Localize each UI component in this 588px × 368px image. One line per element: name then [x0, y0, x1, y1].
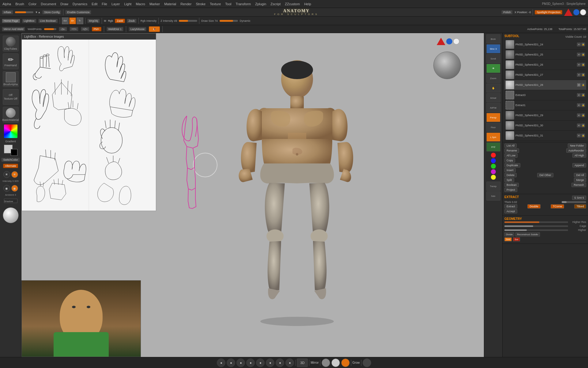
subtool-item-0[interactable]: PM3D_Sphere3D1_24 👁 🔒 — [504, 40, 586, 50]
menu-texture[interactable]: Texture — [210, 2, 221, 6]
eye-icon-9[interactable]: 👁 — [577, 134, 581, 137]
tcorne-button[interactable]: TCorne — [551, 204, 564, 209]
lock-icon-0[interactable]: 🔒 — [581, 43, 585, 46]
zoom-button[interactable]: Zoom — [486, 74, 500, 83]
draw-size-slider[interactable] — [220, 20, 238, 22]
menu-dynamics[interactable]: Dynamics — [73, 2, 87, 6]
zsub-button[interactable]: Zsub — [127, 19, 137, 23]
duplicate-button[interactable]: Duplicate — [504, 163, 520, 167]
bottom-btn-6[interactable]: ● — [276, 358, 284, 367]
mrg-obj-button[interactable]: MrgObj — [87, 19, 100, 23]
menu-document[interactable]: Document — [41, 2, 56, 6]
canvas-area[interactable]: LightBox - Reference Images — [21, 33, 484, 357]
bottom-sphere-1[interactable] — [322, 358, 330, 367]
z-intensity-slider[interactable] — [179, 20, 197, 22]
menu-layer[interactable]: Layer — [111, 2, 120, 6]
menu-marker[interactable]: Marker — [149, 2, 160, 6]
weld-points-slider[interactable] — [44, 28, 56, 30]
bottom-btn-2[interactable]: ● — [236, 358, 245, 367]
persp-button[interactable]: Persp — [486, 113, 500, 122]
draw-icon[interactable]: Dr — [69, 17, 76, 24]
x-axis-button[interactable]: -2x- — [59, 27, 67, 31]
extract-button[interactable]: Extract — [504, 204, 517, 209]
blue-dot[interactable] — [491, 158, 496, 163]
menu-draw[interactable]: Draw — [60, 2, 68, 6]
subtool-item-9[interactable]: PM3D_Sphere3D1_31 👁 🔒 — [504, 131, 586, 141]
menu-macro[interactable]: Macro — [136, 2, 145, 6]
menu-zplugin[interactable]: Zplugin — [255, 2, 266, 6]
subtool-item-3[interactable]: PM3D_Sphere3D1_27 👁 🔒 — [504, 70, 586, 80]
local-button[interactable]: L.Sym — [486, 132, 500, 142]
eye-icon-5[interactable]: 👁 — [577, 93, 581, 97]
menu-transform[interactable]: Transform — [236, 2, 251, 6]
pm-button[interactable]: PM+ — [92, 27, 101, 31]
boolean-button[interactable]: Boolean — [504, 183, 519, 187]
eye-icon-7[interactable]: 👁 — [577, 113, 581, 117]
bottom-sphere-3[interactable] — [341, 358, 350, 367]
transp-button[interactable]: Transp — [486, 182, 500, 191]
light-icon-1[interactable]: ☀ — [3, 171, 10, 178]
scroll-button[interactable]: Scroll — [486, 54, 500, 63]
eye-icon-8[interactable]: 👁 — [577, 124, 581, 127]
menu-brush[interactable]: Brush — [15, 2, 24, 6]
eye-icon-0[interactable]: 👁 — [577, 43, 581, 46]
store-config-button[interactable]: Store Config — [42, 10, 61, 14]
del-all-button[interactable]: Del All — [574, 173, 586, 177]
list-all-button[interactable]: List All — [504, 144, 517, 148]
menu-stroke[interactable]: Stroke — [196, 2, 205, 6]
edit-icon[interactable]: Ed — [62, 17, 69, 24]
bottom-btn-3[interactable]: ● — [246, 358, 255, 367]
light-icon-2[interactable]: ☀ — [11, 171, 18, 178]
menu-zzcustom[interactable]: ZZcustom — [285, 2, 300, 6]
yellow-dot[interactable] — [491, 175, 496, 180]
mirror-weld-button[interactable]: Mirror And Weld — [2, 27, 25, 31]
inflate-slider[interactable] — [15, 11, 33, 13]
floor-button[interactable]: Floor — [486, 123, 500, 132]
sur-button[interactable]: Sur — [513, 237, 520, 241]
delete-button[interactable]: Delete — [504, 173, 517, 177]
bottom-btn-7[interactable]: ● — [285, 358, 294, 367]
lock-icon-9[interactable]: 🔒 — [581, 134, 585, 137]
lock-icon-2[interactable]: 🔒 — [581, 63, 585, 67]
lazy-mouse-button[interactable]: LazyMouse — [129, 27, 146, 31]
aaflat-button[interactable]: AAFlat — [486, 103, 500, 112]
lock-icon-7[interactable]: 🔒 — [581, 113, 585, 117]
large-sphere-tool[interactable] — [3, 207, 19, 223]
tbord-button[interactable]: TBord — [574, 204, 586, 209]
subtool-item-4[interactable]: PM3D_Sphere3D1_28 👁 🔒 — [504, 80, 586, 90]
subtool-item-extract3[interactable]: Extract3 👁 🔒 — [504, 90, 586, 100]
menu-help[interactable]: Help — [304, 2, 311, 6]
alternate-button[interactable]: Alternate — [3, 164, 18, 168]
z-axis-button[interactable]: <Z> — [81, 27, 89, 31]
brsh-button[interactable]: Brsh — [486, 34, 500, 44]
remesh-button[interactable]: Remesh — [571, 183, 586, 187]
bottom-btn-4[interactable]: ● — [256, 358, 265, 367]
actual-button[interactable]: Actual — [486, 93, 500, 102]
menu-color[interactable]: Color — [28, 2, 36, 6]
bg-color[interactable] — [11, 149, 17, 156]
menu-material[interactable]: Material — [164, 2, 176, 6]
green-dot[interactable] — [491, 164, 496, 169]
color-picker[interactable] — [4, 125, 17, 138]
lock-icon-8[interactable]: 🔒 — [581, 124, 585, 127]
menu-alpha[interactable]: Alpha — [2, 2, 11, 6]
thick-slider[interactable] — [562, 201, 586, 203]
bottom-misc-btn[interactable] — [363, 358, 371, 367]
bottom-btn-0[interactable]: ● — [217, 358, 225, 367]
smt-button[interactable]: Smt — [504, 237, 512, 241]
rotate-icon[interactable]: ↻ — [77, 17, 83, 24]
eye-icon-6[interactable]: 👁 — [577, 103, 581, 107]
subtool-item-8[interactable]: PM3D_Sphere3D1_30 👁 🔒 — [504, 121, 586, 131]
shadow-button[interactable]: Shadow — [4, 199, 17, 203]
weld-dist-button[interactable]: WeldDist 1 — [107, 27, 123, 31]
clay-tubes-tool[interactable]: ClayTubes — [3, 36, 19, 52]
reconstruct-subdiv-button[interactable]: Reconstruct Subdiv — [515, 232, 540, 236]
eye-icon-2[interactable]: 👁 — [577, 63, 581, 67]
home-page-button[interactable]: Home Page — [2, 19, 20, 23]
texture-off-tool[interactable]: Off Texture Off — [3, 89, 19, 105]
rgb-button[interactable]: Rgb — [108, 19, 113, 22]
append-button[interactable]: Append — [572, 163, 586, 167]
purple-dot[interactable] — [491, 169, 496, 174]
lock-icon-3[interactable]: 🔒 — [581, 73, 585, 77]
zadd-button[interactable]: Zadd — [115, 19, 125, 23]
